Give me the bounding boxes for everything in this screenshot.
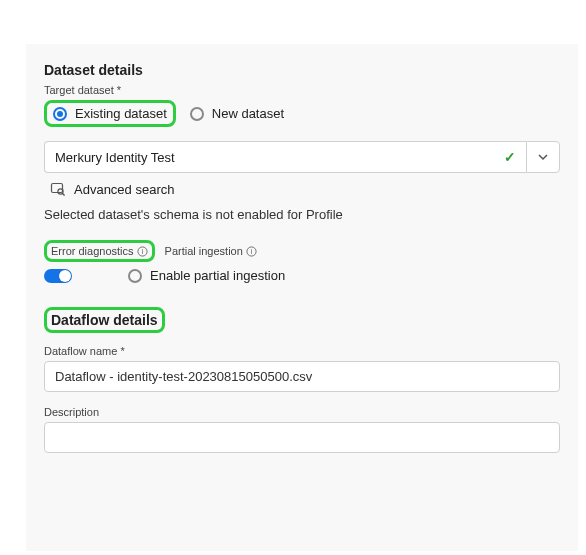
- error-diagnostics-toggle[interactable]: [44, 269, 72, 283]
- dataset-select-dropdown-button[interactable]: [526, 141, 560, 173]
- details-panel: Dataset details Target dataset Existing …: [26, 44, 578, 551]
- info-icon[interactable]: i: [246, 246, 257, 257]
- dataflow-details-title: Dataflow details: [51, 312, 158, 328]
- radio-icon: [190, 107, 204, 121]
- radio-icon: [53, 107, 67, 121]
- new-dataset-label: New dataset: [212, 106, 284, 121]
- new-dataset-radio[interactable]: New dataset: [190, 106, 284, 121]
- advanced-search-icon: [50, 181, 66, 197]
- enable-partial-label: Enable partial ingestion: [150, 268, 285, 283]
- error-diagnostics-label: Error diagnostics i: [51, 245, 148, 257]
- description-label: Description: [44, 406, 560, 418]
- chevron-down-icon: [538, 152, 548, 162]
- dataset-select-value: Merkury Identity Test: [55, 150, 175, 165]
- svg-text:i: i: [141, 247, 143, 256]
- target-dataset-label: Target dataset: [44, 84, 560, 96]
- existing-dataset-radio[interactable]: Existing dataset: [53, 106, 167, 121]
- dataset-select[interactable]: Merkury Identity Test ✓: [44, 141, 560, 173]
- advanced-search-link[interactable]: Advanced search: [50, 181, 560, 197]
- dataflow-name-label: Dataflow name: [44, 345, 560, 357]
- target-dataset-radios: Existing dataset New dataset: [44, 100, 560, 127]
- advanced-search-label: Advanced search: [74, 182, 174, 197]
- diagnostics-controls-row: Enable partial ingestion: [44, 268, 560, 283]
- dataflow-name-input[interactable]: [44, 361, 560, 392]
- diagnostics-labels-row: Error diagnostics i Partial ingestion i: [44, 240, 560, 262]
- info-icon[interactable]: i: [137, 246, 148, 257]
- checkmark-icon: ✓: [504, 149, 516, 165]
- existing-dataset-label: Existing dataset: [75, 106, 167, 121]
- description-input[interactable]: [44, 422, 560, 453]
- highlight-dataflow-details: Dataflow details: [44, 307, 165, 333]
- highlight-error-diagnostics: Error diagnostics i: [44, 240, 155, 262]
- dataset-select-main: Merkury Identity Test ✓: [44, 141, 526, 173]
- dataset-details-title: Dataset details: [44, 62, 560, 78]
- partial-ingestion-label: Partial ingestion i: [165, 245, 257, 257]
- svg-text:i: i: [251, 247, 253, 256]
- svg-rect-0: [52, 184, 63, 193]
- partial-ingestion-control[interactable]: Enable partial ingestion: [128, 268, 285, 283]
- highlight-existing-dataset: Existing dataset: [44, 100, 176, 127]
- svg-line-2: [62, 193, 64, 195]
- schema-profile-note: Selected dataset's schema is not enabled…: [44, 207, 560, 222]
- radio-icon: [128, 269, 142, 283]
